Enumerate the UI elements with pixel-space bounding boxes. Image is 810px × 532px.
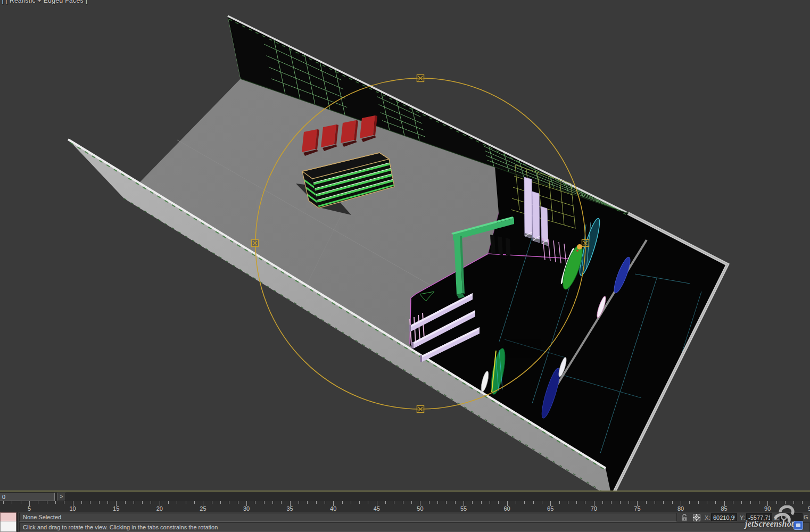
ruler-tick [802, 501, 803, 504]
ruler-tick [542, 501, 542, 504]
gizmo-handle-right[interactable] [582, 240, 589, 247]
ruler-tick [785, 501, 786, 504]
ruler-tick [411, 501, 412, 504]
ruler-tick [351, 501, 351, 504]
ruler-tick [568, 501, 568, 504]
ruler-tick [533, 501, 534, 504]
pillar [541, 206, 548, 246]
ruler-tick [498, 501, 499, 504]
status-bar: None Selected X: Y: Z: G Click and drag … [0, 512, 810, 532]
ruler-tick [698, 501, 699, 504]
ruler-tick [168, 501, 169, 504]
ruler-tick [733, 501, 733, 504]
ruler-tick [134, 501, 134, 504]
ruler-tick [481, 501, 482, 504]
ruler-tick [186, 501, 186, 504]
grid-label-partial: G [804, 513, 810, 521]
ruler-tick [516, 501, 516, 504]
ruler-tick [12, 501, 12, 504]
ruler-tick [585, 501, 585, 504]
y-coord-field[interactable] [746, 513, 772, 521]
ruler-tick [272, 501, 273, 504]
ruler-tick [38, 501, 38, 504]
selection-lock-icon[interactable] [681, 513, 688, 522]
ruler-tick [125, 501, 126, 504]
ruler-tick [64, 501, 64, 504]
ruler-tick [212, 501, 212, 504]
ruler-tick-label: 95 [803, 505, 810, 512]
gizmo-handle-top[interactable] [417, 75, 424, 82]
z-coord-field[interactable] [780, 513, 803, 521]
ruler-tick [47, 501, 47, 504]
ruler-tick [437, 501, 438, 504]
ruler-tick-label: 45 [369, 505, 385, 512]
ruler-tick [385, 501, 386, 504]
ruler-tick-label: 80 [673, 505, 689, 512]
ruler-tick [490, 501, 490, 504]
ruler-tick [255, 501, 255, 504]
ruler-tick [646, 501, 647, 504]
ruler-tick [455, 501, 456, 504]
ruler-tick [307, 501, 308, 504]
mini-listener-macro-row[interactable] [0, 512, 16, 521]
ruler-tick [81, 501, 82, 504]
ruler-tick [99, 501, 100, 504]
absolute-mode-icon[interactable] [692, 513, 701, 522]
time-slider-handle[interactable]: 0 [0, 493, 55, 501]
time-slider-track[interactable]: 0 > [0, 491, 810, 501]
ruler-tick [359, 501, 360, 504]
ruler-tick [446, 501, 447, 504]
ruler-tick [576, 501, 577, 504]
ruler-tick-label: 65 [542, 505, 558, 512]
ruler-tick [108, 501, 108, 504]
ruler-tick-label: 60 [499, 505, 515, 512]
ruler-tick [325, 501, 325, 504]
gizmo-handle-left[interactable] [252, 240, 259, 247]
ruler-tick-label: 70 [586, 505, 602, 512]
ruler-tick [316, 501, 317, 504]
x-coord-label: X: [705, 514, 710, 521]
ruler-tick [602, 501, 603, 504]
ruler-tick [611, 501, 611, 504]
ruler-tick [707, 501, 707, 504]
mini-listener-script-row[interactable] [0, 521, 16, 532]
ruler-tick-label: 40 [325, 505, 341, 512]
orange-tip [577, 244, 582, 250]
ruler-tick-label: 75 [629, 505, 645, 512]
ruler-tick [342, 501, 343, 504]
ruler-tick-label: 5 [21, 505, 37, 512]
gizmo-handle-bottom[interactable] [417, 406, 424, 413]
track-bar-ruler[interactable]: 5101520253035404550556065707580859095 [0, 501, 810, 512]
ruler-tick [689, 501, 690, 504]
ruler-tick [220, 501, 221, 504]
ruler-tick-label: 10 [65, 505, 81, 512]
ruler-tick [776, 501, 777, 504]
ruler-tick [281, 501, 282, 504]
ruler-tick-label: 50 [412, 505, 428, 512]
ruler-tick-label: 90 [759, 505, 775, 512]
ruler-tick-label: 55 [456, 505, 472, 512]
viewport-3d[interactable]: ] [ Realistic + Edged Faces ] [0, 0, 810, 491]
ruler-tick-label: 35 [282, 505, 298, 512]
ruler-tick [429, 501, 429, 504]
ruler-tick [559, 501, 560, 504]
ruler-tick [741, 501, 742, 504]
ruler-tick [177, 501, 177, 504]
y-coord-label: Y: [740, 514, 745, 521]
ruler-tick [368, 501, 368, 504]
ruler-tick [672, 501, 673, 504]
viewport-shading-label[interactable]: ] [ Realistic + Edged Faces ] [2, 0, 87, 4]
ruler-tick [655, 501, 655, 504]
ruler-tick [142, 501, 143, 504]
ruler-tick [229, 501, 229, 504]
scene-canvas[interactable] [0, 0, 810, 491]
ruler-tick [759, 501, 759, 504]
maxscript-mini-listener[interactable] [0, 512, 18, 532]
ruler-tick [620, 501, 621, 504]
pillar [532, 192, 540, 243]
x-coord-field[interactable] [711, 513, 737, 521]
ruler-tick [3, 501, 4, 504]
next-frame-button[interactable]: > [57, 493, 66, 501]
z-coord-label: Z: [774, 514, 780, 521]
ruler-tick [629, 501, 629, 504]
